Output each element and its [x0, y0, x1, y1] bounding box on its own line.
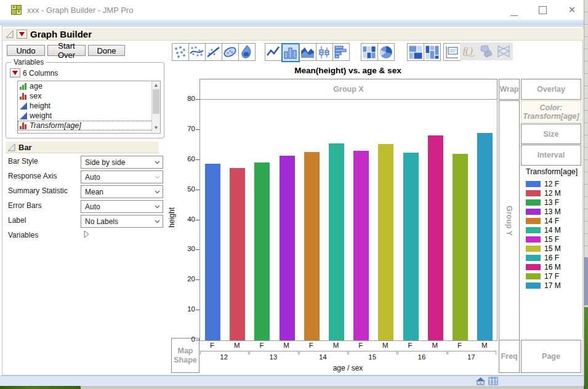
map-shapes-element-icon[interactable] — [478, 43, 494, 60]
legend-item-13-f[interactable]: 13 F — [526, 198, 559, 207]
drop-zone-interval[interactable]: Interval — [521, 145, 581, 166]
jmp-window: xxx - Graph Builder - JMP Pro ✕ Graph Bu… — [0, 0, 584, 385]
contour-element-icon[interactable] — [238, 43, 256, 61]
parallel-element-icon[interactable] — [496, 43, 512, 60]
data-table-icon[interactable] — [488, 377, 498, 385]
drop-zone-freq[interactable]: Freq — [499, 340, 520, 373]
bar-12-m[interactable] — [230, 168, 245, 341]
home-icon[interactable] — [475, 377, 486, 385]
outline-title: Graph Builder — [30, 29, 92, 39]
bar-13-m[interactable] — [280, 156, 295, 340]
y-axis-title: height — [167, 207, 176, 228]
bar-14-m[interactable] — [329, 143, 344, 340]
legend-item-15-m[interactable]: 15 M — [526, 244, 561, 253]
drop-zone-map-shape[interactable]: Map Shape — [171, 338, 199, 373]
screen: xxx - Graph Builder - JMP Pro ✕ Graph Bu… — [0, 0, 588, 389]
column-item-weight[interactable]: weight — [18, 111, 160, 121]
column-item-transform-age-[interactable]: Transform[age] — [18, 121, 160, 130]
bar-16-f[interactable] — [403, 153, 419, 341]
formula-element-icon[interactable]: f() — [461, 43, 477, 60]
plot-area[interactable] — [199, 99, 497, 341]
points-element-icon[interactable] — [172, 43, 189, 61]
bar-16-m[interactable] — [428, 135, 443, 340]
legend-item-13-m[interactable]: 13 M — [526, 207, 561, 216]
start-over-button[interactable]: Start Over — [47, 45, 86, 56]
bar-style-dropdown[interactable]: Side by side — [81, 156, 163, 169]
box-plot-element-icon[interactable] — [316, 43, 333, 61]
bar-15-m[interactable] — [378, 144, 393, 340]
legend-label: 17 F — [544, 272, 559, 281]
bar-14-f[interactable] — [304, 152, 320, 340]
response-axis-dropdown[interactable]: Auto — [81, 170, 163, 183]
legend-item-15-f[interactable]: 15 F — [526, 235, 559, 244]
x-sub-label: M — [328, 342, 344, 349]
undo-button[interactable]: Undo — [7, 45, 45, 56]
bar-element-icon[interactable] — [281, 43, 300, 62]
legend-swatch — [526, 227, 541, 233]
x-group-label: 16 — [398, 353, 445, 361]
drop-zone-size[interactable]: Size — [521, 124, 581, 144]
background-scroll-thumb — [584, 257, 588, 305]
label-dropdown[interactable]: No Labels — [81, 215, 163, 228]
legend-item-14-m[interactable]: 14 M — [526, 226, 561, 235]
x-sub-label: M — [477, 342, 493, 349]
drop-zone-wrap[interactable]: Wrap — [499, 79, 520, 100]
columns-list[interactable]: agesexheightweightTransform[age]▲ ▼ — [17, 81, 161, 134]
legend-item-17-f[interactable]: 17 F — [526, 272, 559, 281]
legend-item-14-f[interactable]: 14 F — [526, 217, 559, 225]
line-of-fit-element-icon[interactable] — [205, 43, 222, 61]
done-button[interactable]: Done — [88, 45, 125, 56]
minimize-button[interactable] — [504, 4, 525, 16]
column-item-height[interactable]: height — [18, 101, 160, 111]
legend-item-17-m[interactable]: 17 M — [526, 281, 561, 290]
columns-header-row: 6 Columns — [10, 68, 58, 78]
close-button[interactable]: ✕ — [562, 4, 582, 16]
heatmap-element-icon[interactable] — [361, 43, 378, 61]
y-tick-mark — [196, 340, 199, 340]
pie-element-icon[interactable] — [377, 43, 395, 61]
legend-item-12-m[interactable]: 12 M — [526, 189, 561, 198]
bar-12-f[interactable] — [205, 164, 220, 340]
bar-17-f[interactable] — [453, 154, 468, 341]
caption-box-element-icon[interactable] — [443, 43, 461, 61]
legend-item-16-m[interactable]: 16 M — [526, 263, 561, 271]
scroll-down-button[interactable]: ▼ — [152, 124, 160, 132]
ellipse-element-icon[interactable] — [222, 43, 239, 61]
drop-zone-color[interactable]: Color: Transform[age] — [521, 100, 581, 123]
error-bars-dropdown[interactable]: Auto — [81, 200, 163, 213]
drop-zone-group-y[interactable]: Group Y — [499, 100, 520, 341]
area-element-icon[interactable] — [299, 43, 316, 61]
bar-15-f[interactable] — [353, 151, 369, 340]
column-item-sex[interactable]: sex — [18, 91, 160, 101]
smoother-element-icon[interactable] — [188, 43, 206, 61]
maximize-button[interactable] — [532, 4, 553, 16]
y-tick-mark — [196, 310, 199, 310]
red-triangle-menu-button[interactable] — [10, 68, 20, 78]
line-element-icon[interactable] — [265, 43, 282, 61]
scroll-thumb[interactable] — [153, 89, 159, 114]
y-tick-label: 70 — [179, 125, 195, 132]
columns-list-scrollbar[interactable]: ▲ ▼ — [151, 81, 160, 132]
column-item-age[interactable]: age — [18, 81, 160, 91]
legend-item-16-f[interactable]: 16 F — [526, 254, 559, 262]
mosaic-element-icon[interactable] — [424, 43, 441, 61]
bar-13-f[interactable] — [254, 162, 270, 340]
drop-zone-overlay[interactable]: Overlay — [521, 79, 581, 100]
red-triangle-menu-button[interactable] — [17, 30, 27, 39]
legend-swatch — [526, 264, 541, 270]
collapse-triangle-icon[interactable] — [6, 30, 14, 38]
legend-item-12-f[interactable]: 12 F — [526, 180, 559, 188]
drop-zone-group-x[interactable]: Group X — [199, 79, 497, 100]
legend-swatch — [526, 236, 541, 243]
drop-zone-page[interactable]: Page — [521, 340, 581, 373]
bar-17-m[interactable] — [477, 133, 493, 340]
histogram-element-icon[interactable] — [332, 43, 350, 61]
desktop-wallpaper — [584, 307, 588, 389]
title-bar[interactable]: xxx - Graph Builder - JMP Pro ✕ — [0, 0, 584, 20]
summary-statistic-dropdown[interactable]: Mean — [81, 185, 163, 198]
treemap-element-icon[interactable] — [407, 43, 424, 61]
variables-expand-icon[interactable] — [83, 230, 89, 240]
collapse-triangle-icon[interactable] — [7, 143, 15, 151]
x-sub-label: M — [229, 342, 245, 349]
scroll-up-button[interactable]: ▲ — [152, 81, 160, 89]
